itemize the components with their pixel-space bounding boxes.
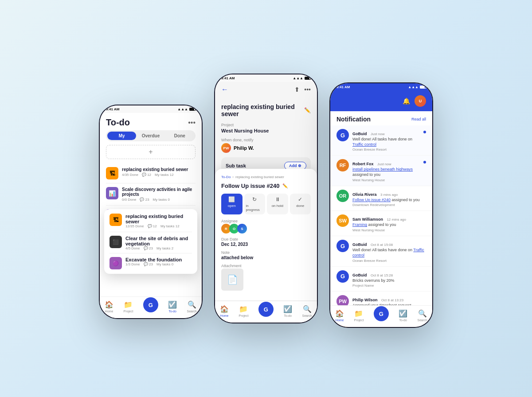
- unread-dot-1: [423, 131, 426, 133]
- popup-task-1[interactable]: 🏗 replacing existing buried sewer 12/35 …: [110, 214, 192, 228]
- more-icon[interactable]: •••: [304, 86, 311, 93]
- phone-3: 9:41 AM ▲▲▲ 🔔 U Notification Read all G: [330, 83, 432, 327]
- todo-icon-3: ☑️: [399, 309, 407, 318]
- nav-project-2[interactable]: 📁 Project: [239, 305, 249, 317]
- status-bar-2: 9:41 AM ▲▲▲: [215, 74, 317, 82]
- tab-overdue[interactable]: Overdue: [136, 132, 165, 140]
- status-bar-1: 9:41 AM ▲▲▲: [100, 105, 202, 113]
- menu-dots-1[interactable]: •••: [188, 119, 196, 127]
- add-task-button[interactable]: +: [106, 145, 196, 159]
- popup-task-name-3: Excavate the foundation: [125, 257, 182, 262]
- attachment-label: Attachment: [221, 264, 311, 268]
- due-date-value: Dec 12, 2023: [221, 242, 311, 247]
- time-1: 9:41 AM: [106, 107, 119, 111]
- edit-title-icon[interactable]: ✏️: [304, 107, 311, 113]
- task-content-2: Scale discovery activities in agile proj…: [122, 187, 196, 202]
- notif-item-3[interactable]: OR Olivia Rivera 3 mins ago Follow Up is…: [330, 186, 432, 211]
- time-2: 9:41 AM: [221, 76, 235, 80]
- phone-2: 9:41 AM ▲▲▲ ← ⬆ ••• replacing existing b…: [215, 74, 317, 323]
- popup-task-3[interactable]: 🟣 Excavate the foundation 1/3 Done 💬 23 …: [110, 253, 192, 269]
- note-value: attached below: [221, 255, 311, 260]
- project-icon-2: 📁: [239, 305, 248, 313]
- due-date-label: Due Date: [221, 237, 311, 241]
- battery-2: [305, 77, 311, 80]
- status-done[interactable]: ✓ done: [290, 194, 311, 214]
- nav-fab-2[interactable]: G: [258, 305, 274, 317]
- notif-item-1[interactable]: G GoBuid Just now Well done! All tasks h…: [330, 125, 432, 156]
- status-tabs: ⬜ open ↻ in progress ⏸ on hold ✓ done: [221, 194, 311, 214]
- bottom-detail-panel: To-Do › replacing existing buried sewer …: [215, 169, 317, 300]
- bottom-nav-3: 🏠 Home 📁 Project G ☑️ To-do 🔍 Search: [330, 305, 432, 327]
- tab-my[interactable]: My: [107, 132, 136, 140]
- notif-item-4[interactable]: SW Sam Williamson 12 mins ago Framing as…: [330, 211, 432, 236]
- nav-project-1[interactable]: 📁 Project: [124, 300, 133, 313]
- notif-item-5[interactable]: G GoBuid Oct 8 at 15:08 Well done! All t…: [330, 236, 432, 266]
- project-icon: 📁: [124, 300, 133, 309]
- nav-home-3[interactable]: 🏠 Home: [335, 309, 344, 322]
- project-label: Project: [221, 123, 311, 127]
- notif-item-2[interactable]: RF Robert Fox Just now install pipelines…: [330, 156, 432, 186]
- battery-1: [189, 108, 196, 111]
- status-icons-1: ▲▲▲: [177, 107, 196, 111]
- nav-todo-1[interactable]: ☑️ To-do: [168, 300, 177, 313]
- assignee-label: Assignee: [221, 219, 311, 223]
- nav-home-2[interactable]: 🏠 Home: [220, 305, 229, 317]
- nav-project-3[interactable]: 📁 Project: [354, 309, 364, 322]
- status-in-progress[interactable]: ↻ in progress: [244, 194, 266, 214]
- edit-bottom-icon[interactable]: ✏️: [282, 183, 288, 188]
- status-open[interactable]: ⬜ open: [221, 194, 243, 214]
- nav-search-3[interactable]: 🔍 Search: [418, 309, 427, 322]
- when-done-label: When done, notify: [221, 138, 311, 142]
- unread-dot-2: [423, 161, 426, 163]
- task-item-1[interactable]: 🏗 replacing existing buried sewer 4/35 D…: [106, 163, 196, 183]
- status-on-hold[interactable]: ⏸ on hold: [267, 194, 288, 214]
- popup-task-name-1: replacing existing buried sewer: [125, 214, 192, 224]
- todo-icon-2: ☑️: [283, 305, 292, 313]
- due-date-field: Due Date Dec 12, 2023: [221, 237, 311, 247]
- gobuid-avatar-5: G: [336, 240, 349, 252]
- tab-done[interactable]: Done: [165, 132, 194, 140]
- nav-fab-1[interactable]: G: [143, 301, 158, 312]
- assignee-field: Assignee R O S: [221, 219, 311, 234]
- gobuid-avatar-6: G: [336, 270, 349, 283]
- nav-fab-3[interactable]: G: [374, 310, 389, 321]
- notif-item-6[interactable]: G GoBuid Oct 8 at 15:28 Bricks overruns …: [330, 267, 432, 292]
- project-value: West Nursing House: [221, 128, 311, 133]
- popup-task-name-2: Clear the site of debris and vegetation: [125, 236, 192, 246]
- task-item-2[interactable]: 📊 Scale discovery activities in agile pr…: [106, 183, 196, 206]
- todo-icon: ☑️: [168, 300, 177, 309]
- nav-todo-3[interactable]: ☑️ To-do: [399, 309, 407, 322]
- attachment-thumb[interactable]: 📄: [221, 269, 243, 291]
- nav-search-1[interactable]: 🔍 Search: [187, 300, 197, 313]
- search-icon-2: 🔍: [303, 305, 312, 313]
- project-icon-3: 📁: [354, 309, 363, 318]
- bell-icon[interactable]: 🔔: [403, 97, 410, 105]
- detail-header: ← ⬆ •••: [215, 82, 317, 97]
- attachment-field: Attachment 📄: [221, 264, 311, 291]
- olivia-avatar: OR: [336, 190, 349, 202]
- bottom-nav-1: 🏠 Home 📁 Project G ☑️ To-do 🔍 Search: [100, 296, 202, 318]
- notify-avatar: PW: [221, 143, 231, 153]
- back-button[interactable]: ←: [221, 86, 228, 93]
- nav-search-2[interactable]: 🔍 Search: [302, 305, 312, 317]
- detail-title: replacing existing buried sewer: [221, 103, 301, 117]
- task-icon-1: 🏗: [106, 167, 118, 179]
- nav-todo-2[interactable]: ☑️ To-do: [283, 305, 292, 317]
- user-avatar[interactable]: U: [415, 95, 426, 107]
- task-icon-2: 📊: [106, 187, 118, 199]
- task-name-2: Scale discovery activities in agile proj…: [122, 187, 196, 197]
- share-icon[interactable]: ⬆: [294, 86, 300, 93]
- task-content-1: replacing existing buried sewer 4/35 Don…: [122, 167, 196, 177]
- robert-fox-avatar: RF: [336, 159, 349, 171]
- notification-list: G GoBuid Just now Well done! All tasks h…: [330, 125, 432, 327]
- bottom-title: Follow Up issue #240: [221, 183, 280, 189]
- popup-card: 🏗 replacing existing buried sewer 12/35 …: [104, 209, 197, 274]
- notif-app-header: 🔔 U: [330, 91, 432, 111]
- search-icon: 🔍: [188, 300, 196, 309]
- task-name-1: replacing existing buried sewer: [122, 167, 196, 172]
- popup-task-2[interactable]: ⬛ Clear the site of debris and vegetatio…: [110, 232, 192, 250]
- note-label: Note: [221, 250, 311, 255]
- read-all-button[interactable]: Read all: [411, 117, 426, 121]
- nav-home-1[interactable]: 🏠 Home: [105, 300, 113, 313]
- home-icon-3: 🏠: [335, 309, 344, 318]
